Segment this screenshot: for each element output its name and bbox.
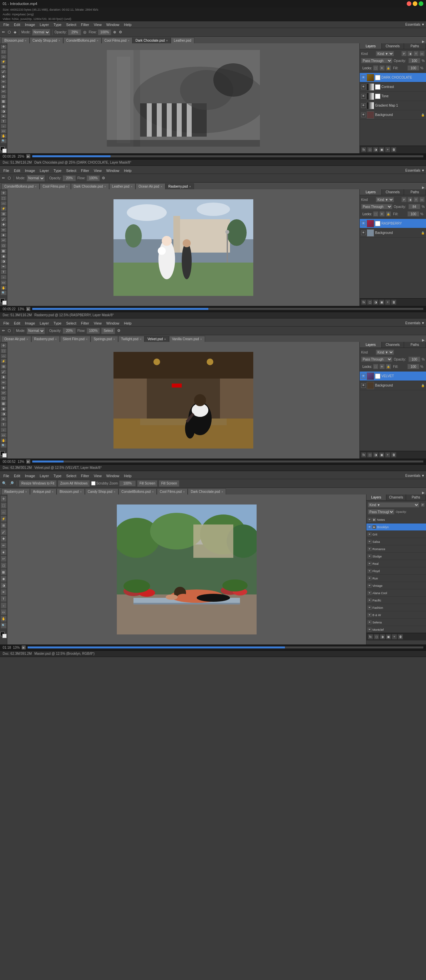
layer-fashion[interactable]: 👁 Fashion	[366, 604, 426, 611]
tool-icon-2a[interactable]: ✏	[2, 176, 6, 180]
layer-vis-2[interactable]: 👁	[361, 84, 366, 89]
layer-vis-b9[interactable]: 👁	[368, 584, 371, 587]
zoom-input-4[interactable]	[119, 480, 136, 487]
layer-vis-b11[interactable]: 👁	[368, 598, 371, 602]
lt3-pen[interactable]: ✒	[1, 417, 7, 422]
essentials-btn-1[interactable]: Essentials ▼	[405, 23, 424, 26]
fill-val-1[interactable]	[407, 65, 419, 71]
layers-tab-3[interactable]: Layers	[360, 342, 382, 348]
paths-tab-1[interactable]: Paths	[404, 43, 426, 49]
lt-eyedrop[interactable]: 🖊	[1, 70, 7, 74]
lt-gradient[interactable]: ▦	[1, 99, 7, 103]
tab-overflow-3[interactable]: ▶	[422, 338, 424, 342]
layer-vis-b15[interactable]: 👁	[368, 628, 371, 632]
menu-window-4[interactable]: Window	[104, 473, 121, 479]
layer-salsa[interactable]: 👁 Salsa	[366, 538, 426, 546]
paths-tab-3[interactable]: Paths	[404, 342, 426, 348]
group-btn-1[interactable]: ▣	[379, 147, 385, 152]
channels-tab-3[interactable]: Channels	[382, 342, 404, 348]
lt4-dodge[interactable]: ◑	[1, 582, 7, 589]
menu-file-3[interactable]: File	[2, 320, 11, 326]
menu-help-2[interactable]: Help	[122, 168, 133, 173]
layer-real[interactable]: 👁 Real	[366, 560, 426, 568]
lt2-hand[interactable]: ✋	[1, 286, 7, 290]
mask-btn-3[interactable]: ◻	[367, 452, 372, 458]
new-layer-btn-1[interactable]: +	[385, 147, 390, 152]
menu-layer-4[interactable]: Layer	[38, 473, 51, 479]
layer-selena[interactable]: 👁 Selena	[366, 619, 426, 626]
lt2-path[interactable]: ⬦	[1, 275, 7, 280]
fx-btn-2[interactable]: fx	[361, 299, 366, 305]
settings-icon-2[interactable]: ⚙	[101, 176, 106, 180]
filter-px-4[interactable]: P	[421, 503, 424, 507]
layer-mode-select-4[interactable]: Pass Through	[368, 509, 394, 514]
lock-pos-3[interactable]: ✛	[379, 364, 385, 369]
opacity-input-2[interactable]	[63, 175, 76, 181]
menu-select-3[interactable]: Select	[64, 320, 79, 326]
layers-tab-1[interactable]: Layers	[360, 43, 382, 49]
adj-btn-3[interactable]: ◑	[373, 452, 378, 458]
timeline-4[interactable]	[28, 646, 423, 648]
menu-image-2[interactable]: Image	[23, 168, 37, 173]
mode-select-1[interactable]: Normal	[32, 29, 50, 36]
mask-btn-4[interactable]: ◻	[374, 634, 379, 640]
tab-candy-4[interactable]: Candy Shop.psd ×	[85, 488, 119, 495]
opacity-val-2[interactable]	[409, 204, 420, 209]
menu-image-1[interactable]: Image	[23, 22, 37, 28]
lt-heal[interactable]: ✚	[1, 74, 7, 79]
menu-file-1[interactable]: File	[2, 22, 11, 28]
group-btn-3[interactable]: ▣	[379, 452, 385, 458]
layers-tab-2[interactable]: Layers	[360, 189, 382, 195]
layer-vis-b13[interactable]: 👁	[368, 613, 371, 617]
layer-romance[interactable]: 👁 Romance	[366, 546, 426, 553]
layer-mode-select-3[interactable]: Pass Through	[361, 356, 393, 362]
lt2-history[interactable]: ↩	[1, 238, 7, 243]
filter-adj[interactable]: ◑	[407, 51, 413, 56]
lt-text[interactable]: T	[1, 119, 7, 123]
lt-move[interactable]: ✛	[1, 45, 7, 49]
layer-background-r[interactable]: 👁 Background 🔒	[360, 228, 426, 238]
layer-vis-b12[interactable]: 👁	[368, 606, 371, 609]
scrubby-zoom-checkbox[interactable]	[91, 481, 95, 485]
menu-view-4[interactable]: View	[92, 473, 104, 479]
fill-screen-btn[interactable]: Fill Screen	[137, 480, 157, 487]
new-layer-btn-2[interactable]: +	[385, 299, 390, 305]
lt4-gradient[interactable]: ▦	[1, 569, 7, 575]
layer-mode-select-2[interactable]: Pass Through	[361, 204, 393, 209]
filter-px[interactable]: P	[401, 51, 407, 56]
flow-input-1[interactable]	[98, 29, 111, 35]
tab-rasp-3[interactable]: Rasberry.psd ×	[31, 336, 60, 342]
tab-leather-1[interactable]: Leather.psd	[171, 37, 194, 43]
menu-edit-4[interactable]: Edit	[12, 473, 22, 479]
lt4-crop[interactable]: ⊞	[1, 522, 7, 528]
lt-shape[interactable]: ▭	[1, 129, 7, 133]
tab-leather-2[interactable]: Leather.psd ×	[109, 183, 136, 189]
lt4-heal[interactable]: ✚	[1, 536, 7, 542]
lt3-history[interactable]: ↩	[1, 391, 7, 395]
lt4-lasso[interactable]: ⌓	[1, 509, 7, 515]
channels-tab-2[interactable]: Channels	[382, 189, 404, 195]
delete-btn-4[interactable]: 🗑	[398, 634, 403, 640]
layer-vis-b5[interactable]: 👁	[368, 554, 371, 558]
layer-background-v[interactable]: 👁 Background 🔒	[360, 381, 426, 390]
fill-screen-btn2[interactable]: Fill Screen	[159, 480, 179, 487]
lt-select[interactable]: ⬚	[1, 50, 7, 54]
layer-floyd[interactable]: 👁 Floyd	[366, 568, 426, 575]
lt2-lasso[interactable]: ⌓	[1, 201, 7, 206]
tool-icon-1[interactable]: ⬡	[7, 30, 12, 34]
menu-view-1[interactable]: View	[92, 22, 104, 28]
opacity-val-3[interactable]	[409, 356, 420, 362]
timeline-2[interactable]	[32, 308, 423, 310]
lt3-blur[interactable]: ◉	[1, 407, 7, 411]
menu-window-1[interactable]: Window	[104, 22, 121, 28]
lock-pos-1[interactable]: ✛	[379, 65, 385, 71]
menu-filter-4[interactable]: Filter	[79, 473, 91, 479]
fill-val-2[interactable]	[407, 211, 419, 216]
lt4-brush[interactable]: ✏	[1, 542, 7, 549]
lt3-text[interactable]: T	[1, 422, 7, 427]
play-btn-1[interactable]: ▶	[26, 154, 30, 158]
fx-btn-1[interactable]: fx	[361, 147, 366, 152]
lock-all-2[interactable]: 🔒	[386, 211, 391, 216]
lock-pos-2[interactable]: ✛	[379, 211, 385, 216]
opacity-input-1[interactable]	[68, 29, 81, 35]
